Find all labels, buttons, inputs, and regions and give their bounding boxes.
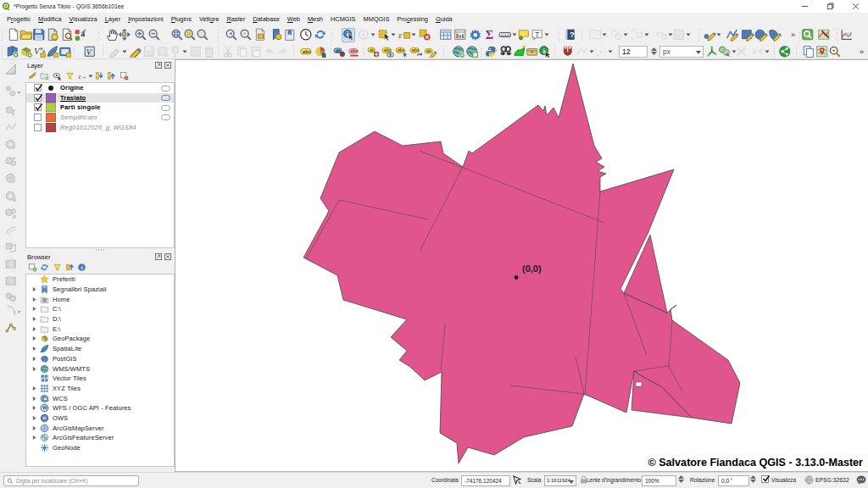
- new-project-icon[interactable]: [7, 28, 20, 42]
- expander-icon[interactable]: [31, 396, 37, 402]
- properties-widget-icon[interactable]: i: [77, 263, 87, 273]
- expander-icon[interactable]: [31, 297, 37, 302]
- dropdown-arrow-icon[interactable]: [370, 28, 376, 42]
- browser-panel-float-button[interactable]: [155, 253, 162, 262]
- expander-icon[interactable]: [31, 336, 37, 341]
- dropdown-arrow-icon[interactable]: [17, 88, 21, 97]
- filter-legend-icon[interactable]: [64, 71, 75, 81]
- move-feature-copy-icon[interactable]: [4, 84, 18, 98]
- map-tips-icon[interactable]: [517, 28, 531, 42]
- snap-tolerance-icon[interactable]: [594, 44, 608, 58]
- fill-ring-icon[interactable]: [4, 171, 18, 186]
- coordinate-input[interactable]: -74176,120424: [461, 475, 510, 486]
- render-checkbox[interactable]: [761, 475, 769, 483]
- zoom-in-icon[interactable]: [134, 28, 147, 42]
- sum-features-icon[interactable]: Σ: [483, 28, 497, 42]
- wms-icon[interactable]: [465, 44, 479, 58]
- new-3d-view-icon[interactable]: [609, 28, 623, 42]
- dropdown-arrow-icon[interactable]: [644, 28, 650, 42]
- expander-icon[interactable]: [31, 286, 37, 292]
- menu-progetto[interactable]: Progetto: [3, 13, 35, 25]
- dropdown-arrow-icon[interactable]: [122, 45, 128, 58]
- layer-checkbox[interactable]: [34, 114, 42, 121]
- expander-icon[interactable]: [31, 385, 37, 391]
- layer-checkbox[interactable]: [34, 103, 42, 111]
- vertex-tool-icon[interactable]: [4, 320, 18, 335]
- expander-icon[interactable]: [31, 346, 37, 352]
- move-label-diagram-icon[interactable]: abc: [395, 44, 409, 58]
- expander-icon[interactable]: [31, 425, 37, 431]
- expander-icon[interactable]: [31, 356, 37, 362]
- datasource-manager-icon[interactable]: [6, 44, 19, 58]
- menu-guida[interactable]: Guida: [431, 13, 456, 25]
- browser-item[interactable]: GeoNode: [26, 443, 174, 453]
- select-by-expression-icon[interactable]: ε: [398, 28, 411, 42]
- select-features-icon[interactable]: [377, 28, 391, 42]
- new-virtual-layer-icon[interactable]: [58, 44, 72, 58]
- paste-features-icon[interactable]: [249, 44, 263, 58]
- layers-panel-close-button[interactable]: [164, 62, 171, 70]
- open-layer-styling-icon[interactable]: [27, 71, 37, 81]
- move-label-icon[interactable]: ab: [367, 44, 381, 58]
- digitize-circle-icon[interactable]: [754, 28, 768, 42]
- statistical-summary-icon[interactable]: [453, 28, 467, 42]
- browser-item[interactable]: XYZ Tiles: [26, 384, 174, 394]
- digitize-freehand-icon[interactable]: [768, 28, 782, 42]
- add-part-icon[interactable]: [4, 154, 18, 169]
- dropdown-arrow-icon[interactable]: [182, 45, 188, 58]
- self-snapping-icon[interactable]: [751, 44, 765, 58]
- locator-search-input[interactable]: Digita per localizzare (Ctrl+K): [3, 475, 139, 486]
- layer-checkbox[interactable]: [34, 94, 42, 102]
- python-console-icon[interactable]: [485, 44, 498, 58]
- cad-tools-icon[interactable]: [4, 62, 18, 76]
- rotate-label-icon[interactable]: abc: [409, 44, 423, 58]
- pin-labels-icon[interactable]: ab: [333, 44, 347, 58]
- pan-to-selection-icon[interactable]: [118, 28, 131, 42]
- move-feature-icon[interactable]: [169, 44, 182, 58]
- text-annotation-icon[interactable]: T: [531, 28, 544, 42]
- expander-icon[interactable]: [31, 326, 37, 332]
- maximize-button[interactable]: [817, 0, 843, 13]
- toolbar-overflow-button[interactable]: »: [856, 47, 866, 56]
- osm-place-search-icon[interactable]: [499, 44, 513, 58]
- deselect-features-icon[interactable]: [418, 28, 431, 42]
- map-canvas[interactable]: (0,0) © Salvatore Fiandaca QGIS - 3.13.0…: [175, 59, 868, 472]
- snapping-icon[interactable]: [561, 44, 575, 58]
- annotation-layer-icon[interactable]: [654, 28, 668, 42]
- offset-curve-icon[interactable]: [4, 223, 18, 237]
- add-ring-icon[interactable]: [4, 137, 18, 152]
- highlight-pinned-labels-icon[interactable]: abc: [348, 44, 361, 58]
- dropdown-arrow-icon[interactable]: [623, 28, 629, 42]
- run-feature-action-icon[interactable]: [357, 28, 370, 42]
- zoom-to-coordinates-icon[interactable]: [828, 44, 842, 58]
- toolbar-drag-handle[interactable]: [1, 29, 4, 42]
- save-project-icon[interactable]: [32, 28, 46, 42]
- profile-tool-icon[interactable]: [840, 28, 854, 42]
- measure-icon[interactable]: [498, 28, 512, 42]
- add-feature-icon[interactable]: [156, 44, 170, 58]
- rotation-input[interactable]: 0,0 °: [718, 475, 749, 486]
- browser-item[interactable]: Home: [26, 294, 174, 304]
- metasearch-icon[interactable]: [452, 44, 465, 58]
- help-icon[interactable]: ?: [564, 28, 577, 42]
- filter-expression-icon[interactable]: ε: [77, 71, 87, 81]
- new-memory-layer-icon[interactable]: V: [83, 44, 97, 58]
- save-edits-icon[interactable]: [142, 44, 156, 58]
- browser-item[interactable]: WWFS / OGC API - Features: [26, 403, 174, 413]
- layer-item[interactable]: Parti singole: [26, 103, 174, 113]
- snap-type-icon[interactable]: [576, 44, 589, 58]
- dropdown-arrow-icon[interactable]: [411, 28, 417, 42]
- browser-item[interactable]: ArcGisMapServer: [26, 423, 174, 433]
- dropdown-arrow-icon[interactable]: [765, 45, 771, 58]
- zoom-native-icon[interactable]: [253, 28, 267, 42]
- split-features-icon[interactable]: [4, 274, 18, 288]
- expander-icon[interactable]: [31, 405, 37, 411]
- cut-features-icon[interactable]: [221, 44, 235, 58]
- digitize-point-icon[interactable]: [703, 28, 716, 42]
- expander-icon[interactable]: [31, 306, 37, 312]
- add-selected-layers-icon[interactable]: [27, 263, 37, 273]
- zoom-last-icon[interactable]: [225, 28, 238, 42]
- crs-globe-icon[interactable]: [804, 475, 814, 485]
- toolbar-drag-handle[interactable]: [1, 45, 4, 58]
- layer-item[interactable]: Semplificato: [26, 113, 174, 123]
